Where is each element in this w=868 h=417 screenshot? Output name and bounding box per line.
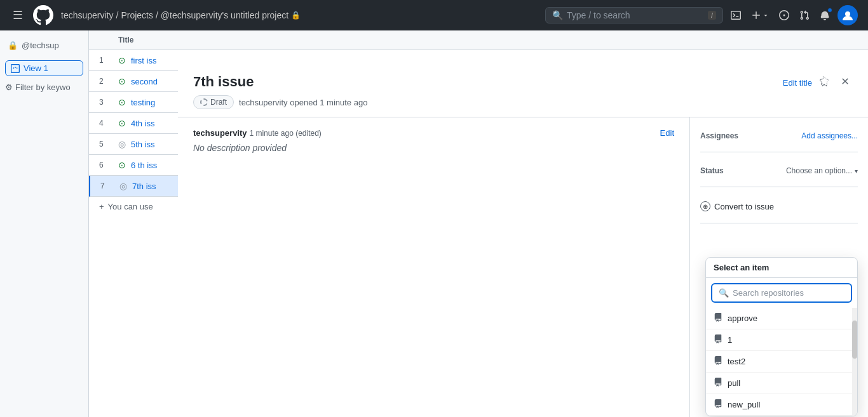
convert-icon: ⊕ — [700, 201, 710, 211]
svg-point-0 — [845, 11, 850, 17]
repository-search-input[interactable] — [733, 288, 844, 298]
status-label: Status — [700, 166, 724, 175]
issue-panel-header: 7th issue Draft techsupervity opened 1 m… — [178, 61, 868, 117]
dropdown-item-name: approve — [728, 314, 757, 323]
row-num: 3 — [99, 98, 113, 107]
dropdown-item-name: pull — [728, 378, 740, 388]
project-sidebar: 🔒 @techsup View 1 ⚙ Filter by keywo — [0, 30, 89, 417]
status-field: Status Choose an option... ▾ — [700, 162, 858, 179]
draft-badge: Draft — [193, 95, 234, 109]
close-panel-button[interactable] — [837, 74, 853, 91]
sidebar-sub: View 1 — [0, 58, 88, 79]
draft-icon: ◎ — [118, 139, 126, 149]
open-icon: ⊙ — [118, 160, 126, 170]
breadcrumb-project-link[interactable]: @techsupervity's untitled project — [161, 10, 288, 20]
dropdown-item[interactable]: pull — [706, 373, 857, 394]
status-section: Status Choose an option... ▾ — [700, 162, 858, 187]
dropdown-item[interactable]: new_pull — [706, 394, 857, 416]
content-area: 🔒 @techsup View 1 ⚙ Filter by keywo Titl… — [0, 30, 868, 417]
open-icon: ⊙ — [118, 97, 126, 107]
edit-comment-button[interactable]: Edit — [660, 128, 674, 138]
col-num-header — [99, 36, 118, 44]
assignees-label: Assignees — [700, 131, 738, 140]
open-icon: ⊙ — [118, 118, 126, 128]
comment-author: techsupervity — [193, 128, 247, 138]
scrollbar-thumb[interactable] — [852, 321, 857, 359]
draft-dot-icon — [200, 98, 208, 106]
lock-icon: 🔒 — [291, 11, 301, 20]
terminal-button[interactable] — [728, 8, 743, 23]
dropdown-item[interactable]: 1 — [706, 329, 857, 351]
dropdown-header: Select an item — [706, 258, 857, 278]
notifications-button[interactable] — [817, 8, 832, 23]
breadcrumb: techsupervity / Projects / @techsupervit… — [61, 10, 301, 20]
dropdown-item-name: new_pull — [728, 400, 760, 409]
filter-row: ⚙ Filter by keywo — [0, 79, 88, 96]
row-num: 1 — [99, 56, 113, 65]
breadcrumb-sep2: / — [156, 10, 158, 20]
breadcrumb-user-link[interactable]: techsupervity — [61, 10, 113, 20]
filter-label: Filter by keywo — [15, 83, 71, 92]
plus-icon: + — [99, 202, 104, 211]
status-dropdown[interactable]: Choose an option... ▾ — [786, 166, 858, 175]
dropdown-item[interactable]: approve — [706, 308, 857, 329]
pullrequest-button[interactable] — [797, 8, 812, 23]
assignees-field: Assignees Add assignees... — [700, 128, 858, 144]
avatar[interactable] — [837, 5, 858, 25]
chevron-down-icon: ▾ — [855, 168, 858, 175]
issue-title: 7th issue — [193, 74, 367, 90]
issue-title-area: 7th issue Draft techsupervity opened 1 m… — [193, 74, 367, 109]
table-header: Title — [89, 30, 868, 50]
issue-main: techsupervity 1 minute ago (edited) Edit… — [178, 117, 690, 417]
draft-badge-label: Draft — [210, 98, 227, 107]
edit-title-button[interactable]: Edit title — [783, 78, 812, 88]
draft-icon: ◎ — [119, 181, 127, 191]
dropdown-item[interactable]: test2 — [706, 351, 857, 373]
open-icon: ⊙ — [118, 76, 126, 86]
top-navigation: ☰ techsupervity / Projects / @techsuperv… — [0, 0, 868, 30]
comment-time: 1 minute ago (edited) — [249, 129, 321, 138]
issue-sidebar: Assignees Add assignees... Status Choose… — [690, 117, 868, 417]
search-kbd: / — [708, 11, 716, 20]
convert-section: ⊕ Convert to issue — [700, 197, 858, 223]
search-icon: 🔍 — [719, 288, 729, 298]
row-num: 4 — [99, 119, 113, 128]
lock-icon: 🔒 — [8, 41, 18, 50]
repo-icon — [714, 313, 722, 324]
dropdown-item-name: test2 — [728, 357, 745, 366]
search-icon: 🔍 — [552, 10, 563, 20]
repo-icon — [714, 399, 722, 410]
col-title-header: Title — [118, 36, 858, 44]
convert-label: Convert to issue — [714, 202, 774, 211]
add-assignees-button[interactable]: Add assignees... — [801, 131, 858, 140]
issue-panel: 7th issue Draft techsupervity opened 1 m… — [178, 61, 868, 417]
comment-header: techsupervity 1 minute ago (edited) Edit — [193, 128, 674, 138]
pin-button[interactable] — [817, 74, 832, 91]
repo-icon — [714, 378, 722, 388]
convert-to-issue-button[interactable]: ⊕ Convert to issue — [700, 197, 774, 215]
issue-button[interactable] — [776, 8, 792, 23]
repo-icon — [714, 356, 722, 367]
row-num: 7 — [100, 182, 114, 190]
assignees-section: Assignees Add assignees... — [700, 128, 858, 152]
view-tab-label: View 1 — [24, 63, 48, 73]
row-num: 5 — [99, 140, 113, 149]
issue-author: techsupervity opened 1 minute ago — [239, 98, 367, 107]
search-input[interactable] — [567, 10, 704, 20]
repo-icon — [714, 334, 722, 345]
hamburger-menu-button[interactable]: ☰ — [10, 6, 25, 25]
new-button[interactable] — [749, 8, 771, 23]
view-tab[interactable]: View 1 — [5, 60, 83, 76]
sidebar-username: @techsup — [22, 41, 59, 50]
issue-body: techsupervity 1 minute ago (edited) Edit… — [178, 117, 868, 417]
open-icon: ⊙ — [118, 55, 126, 65]
top-nav-right: 🔍 / — [545, 5, 858, 25]
breadcrumb-projects-link[interactable]: Projects — [121, 10, 153, 20]
row-num: 2 — [99, 77, 113, 86]
comment-meta: techsupervity 1 minute ago (edited) — [193, 128, 322, 138]
add-row-label: You can use — [108, 202, 153, 211]
dropdown-list: approve 1 — [706, 308, 857, 416]
dropdown-item-name: 1 — [728, 335, 732, 345]
row-num: 6 — [99, 161, 113, 169]
main-table: Title 1 ⊙ first iss 2 ⊙ second 3 ⊙ testi… — [89, 30, 868, 417]
